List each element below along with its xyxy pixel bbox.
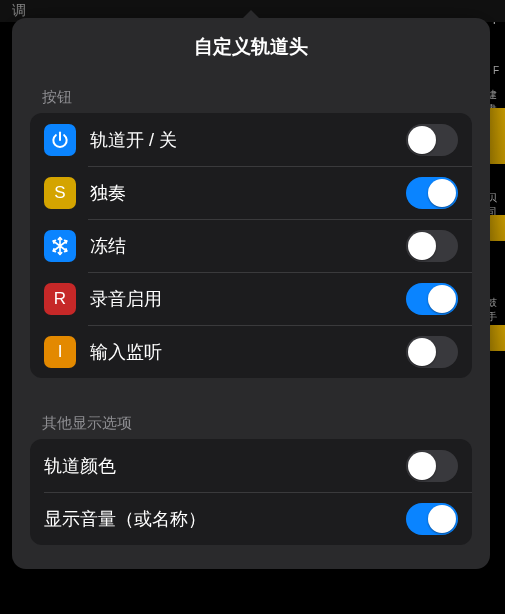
- row-track-on-off: 轨道开 / 关: [30, 113, 472, 166]
- input-icon: I: [44, 336, 76, 368]
- row-track-color: 轨道颜色: [30, 439, 472, 492]
- row-label: 录音启用: [90, 287, 406, 311]
- row-record-enable: R 录音启用: [30, 272, 472, 325]
- panel-title: 自定义轨道头: [12, 18, 490, 82]
- toggle-freeze[interactable]: [406, 230, 458, 262]
- toggle-track-on-off[interactable]: [406, 124, 458, 156]
- row-label: 输入监听: [90, 340, 406, 364]
- row-freeze: 冻结: [30, 219, 472, 272]
- customize-track-header-panel: 自定义轨道头 按钮 轨道开 / 关 S 独奏 冻结: [12, 18, 490, 569]
- toggle-show-volume[interactable]: [406, 503, 458, 535]
- toggle-solo[interactable]: [406, 177, 458, 209]
- toggle-track-color[interactable]: [406, 450, 458, 482]
- group-buttons: 轨道开 / 关 S 独奏 冻结 R 录音启用 I 输入监听: [30, 113, 472, 378]
- row-solo: S 独奏: [30, 166, 472, 219]
- row-label: 显示音量（或名称）: [44, 507, 406, 531]
- section-label-other: 其他显示选项: [12, 408, 490, 439]
- group-other: 轨道颜色 显示音量（或名称）: [30, 439, 472, 545]
- power-icon: [44, 124, 76, 156]
- toggle-input-monitor[interactable]: [406, 336, 458, 368]
- row-label: 轨道颜色: [44, 454, 406, 478]
- row-label: 冻结: [90, 234, 406, 258]
- row-show-volume: 显示音量（或名称）: [30, 492, 472, 545]
- record-icon: R: [44, 283, 76, 315]
- solo-icon: S: [44, 177, 76, 209]
- row-label: 轨道开 / 关: [90, 128, 406, 152]
- section-label-buttons: 按钮: [12, 82, 490, 113]
- row-label: 独奏: [90, 181, 406, 205]
- snowflake-icon: [44, 230, 76, 262]
- toggle-record-enable[interactable]: [406, 283, 458, 315]
- row-input-monitor: I 输入监听: [30, 325, 472, 378]
